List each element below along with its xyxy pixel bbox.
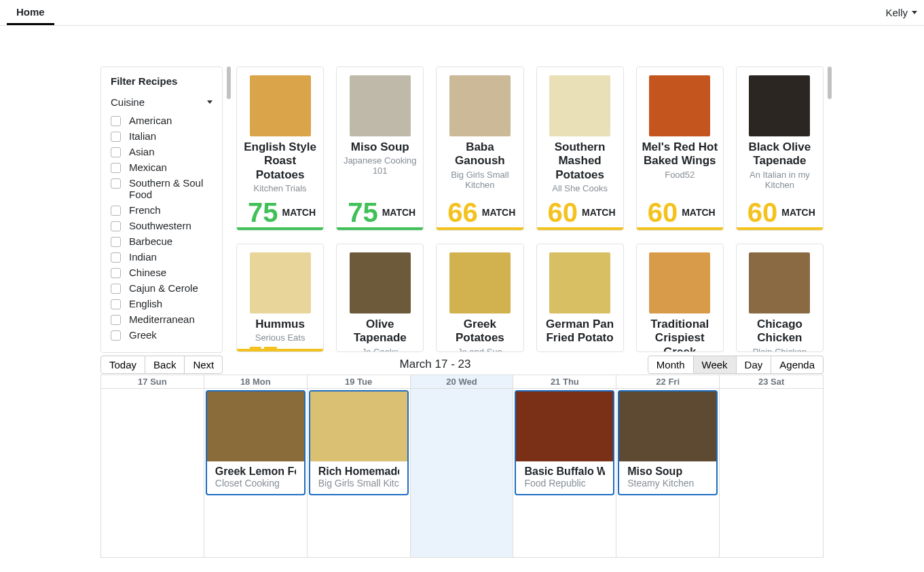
- view-month[interactable]: Month: [648, 356, 694, 374]
- filter-wrap: Filter Recipes Cuisine AmericanItalianAs…: [100, 66, 223, 353]
- cuisine-item[interactable]: Cajun & Cerole: [111, 282, 212, 294]
- match-label: MATCH: [482, 207, 516, 218]
- user-menu[interactable]: Kelly: [885, 7, 917, 18]
- match-score: 66: [447, 199, 478, 226]
- chevron-down-icon: [912, 11, 917, 14]
- calendar-day-header[interactable]: 21 Thu: [513, 375, 616, 388]
- calendar-day-header[interactable]: 17 Sun: [101, 375, 204, 388]
- checkbox[interactable]: [111, 268, 121, 278]
- recipe-card[interactable]: Chicago ChickenPlain Chicken: [736, 244, 824, 352]
- calendar-cell[interactable]: Miso SoupSteamy Kitchen: [616, 389, 720, 557]
- recipe-source: Jo Cooks: [362, 347, 399, 352]
- recipe-card[interactable]: Baba GanoushBig Girls Small Kitchen66MAT…: [436, 66, 523, 231]
- scrollbar-thumb[interactable]: [227, 66, 231, 99]
- checkbox[interactable]: [111, 221, 121, 231]
- calendar-day-header[interactable]: 22 Fri: [616, 375, 720, 388]
- recipe-card[interactable]: Southern Mashed PotatoesAll She Cooks60M…: [536, 66, 624, 231]
- back-button[interactable]: Back: [145, 356, 185, 374]
- recipe-image: [649, 252, 710, 313]
- cuisine-item[interactable]: Asian: [111, 146, 212, 157]
- recipe-card[interactable]: German Pan Fried Potato: [536, 244, 624, 352]
- checkbox[interactable]: [111, 116, 121, 126]
- cuisine-item[interactable]: French: [111, 204, 212, 216]
- cuisine-item[interactable]: Barbecue: [111, 235, 212, 247]
- calendar-day-header[interactable]: 20 Wed: [411, 375, 514, 388]
- recipe-card[interactable]: Olive TapenadeJo Cooks: [336, 244, 424, 352]
- recipe-card[interactable]: Greek PotatoesJo and Sue: [436, 244, 523, 352]
- checkbox[interactable]: [111, 206, 121, 216]
- today-button[interactable]: Today: [100, 356, 145, 374]
- cuisine-item[interactable]: Mexican: [111, 161, 212, 173]
- cuisine-item-label: Cajun & Cerole: [129, 282, 198, 294]
- view-day[interactable]: Day: [737, 356, 772, 374]
- cuisine-item[interactable]: Chinese: [111, 267, 212, 278]
- cuisine-item[interactable]: Italian: [111, 130, 212, 142]
- recipe-image: [350, 252, 411, 313]
- nav-home[interactable]: Home: [7, 0, 54, 25]
- event-card[interactable]: Rich HomemadeBig Girls Small Kitch: [309, 390, 409, 495]
- recipe-source: Plain Chicken: [753, 347, 807, 352]
- recipe-card[interactable]: HummusSerious Eats57MATCH: [236, 244, 324, 352]
- checkbox[interactable]: [111, 252, 121, 263]
- calendar-cell[interactable]: Rich HomemadeBig Girls Small Kitch: [308, 389, 411, 557]
- cuisine-item[interactable]: Indian: [111, 251, 212, 263]
- recipe-image: [449, 75, 511, 136]
- recipe-source: Food52: [665, 170, 695, 180]
- recipe-name: Greek Potatoes: [441, 318, 519, 345]
- calendar-day-header[interactable]: 18 Mon: [204, 375, 308, 388]
- event-card[interactable]: Miso SoupSteamy Kitchen: [618, 390, 718, 495]
- calendar-day-header[interactable]: 19 Tue: [308, 375, 411, 388]
- checkbox[interactable]: [111, 284, 121, 294]
- calendar-cell[interactable]: [720, 389, 823, 557]
- checkbox[interactable]: [111, 330, 121, 341]
- recipe-source: Jo and Sue: [458, 347, 502, 352]
- calendar-cell[interactable]: Basic Buffalo WFood Republic: [513, 389, 616, 557]
- match-bar: [337, 227, 423, 230]
- cuisine-item[interactable]: Greek: [111, 329, 212, 341]
- event-source: Closet Cooking: [215, 478, 296, 489]
- recipe-image: [749, 75, 810, 136]
- calendar-cell[interactable]: Greek Lemon FoCloset Cooking: [204, 389, 308, 557]
- calendar-cell[interactable]: [101, 389, 204, 557]
- recipe-card[interactable]: English Style Roast PotatoesKitchen Tria…: [236, 66, 324, 231]
- cuisine-item[interactable]: American: [111, 115, 212, 126]
- cuisine-item[interactable]: English: [111, 298, 212, 309]
- checkbox[interactable]: [111, 132, 121, 142]
- event-card[interactable]: Basic Buffalo WFood Republic: [515, 390, 614, 495]
- recipe-card[interactable]: Mel's Red Hot Baked WingsFood5260MATCH: [636, 66, 724, 231]
- next-button[interactable]: Next: [185, 356, 223, 374]
- cuisine-header[interactable]: Cuisine: [111, 96, 212, 108]
- event-source: Food Republic: [524, 478, 605, 489]
- checkbox[interactable]: [111, 237, 121, 247]
- recipe-card[interactable]: Traditional Crispiest Greek: [636, 244, 724, 352]
- recipe-source: All She Cooks: [552, 183, 608, 193]
- match-score: 75: [248, 199, 278, 226]
- event-image: [207, 392, 304, 461]
- recipe-card[interactable]: Black Olive TapenadeAn Italian in my Kit…: [736, 66, 824, 231]
- cuisine-item[interactable]: Southern & Soul Food: [111, 177, 212, 200]
- checkbox[interactable]: [111, 163, 121, 173]
- view-week[interactable]: Week: [694, 356, 737, 374]
- recipe-image: [549, 252, 610, 313]
- cuisine-item[interactable]: Southwestern: [111, 220, 212, 231]
- recipe-name: Chicago Chicken: [741, 318, 819, 345]
- checkbox[interactable]: [111, 147, 121, 157]
- checkbox[interactable]: [111, 315, 121, 325]
- recipe-card[interactable]: Miso SoupJapanese Cooking 10175MATCH: [336, 66, 424, 231]
- recipe-name: Miso Soup: [351, 140, 409, 154]
- checkbox[interactable]: [111, 178, 121, 189]
- event-title: Rich Homemade: [318, 465, 399, 478]
- view-agenda[interactable]: Agenda: [771, 356, 824, 374]
- cuisine-item-label: American: [129, 115, 172, 126]
- cuisine-item-label: Greek: [129, 329, 157, 341]
- calendar-header-row: 17 Sun18 Mon19 Tue20 Wed21 Thu22 Fri23 S…: [101, 375, 823, 389]
- calendar-day-header[interactable]: 23 Sat: [720, 375, 823, 388]
- calendar-cell[interactable]: [411, 389, 514, 557]
- cuisine-item[interactable]: Mediterranean: [111, 313, 212, 325]
- match-row: 75MATCH: [241, 199, 319, 226]
- calendar-grid: 17 Sun18 Mon19 Tue20 Wed21 Thu22 Fri23 S…: [100, 375, 824, 558]
- cuisine-list: AmericanItalianAsianMexicanSouthern & So…: [111, 115, 212, 341]
- checkbox[interactable]: [111, 299, 121, 309]
- event-card[interactable]: Greek Lemon FoCloset Cooking: [206, 390, 306, 495]
- scrollbar-thumb[interactable]: [828, 66, 832, 99]
